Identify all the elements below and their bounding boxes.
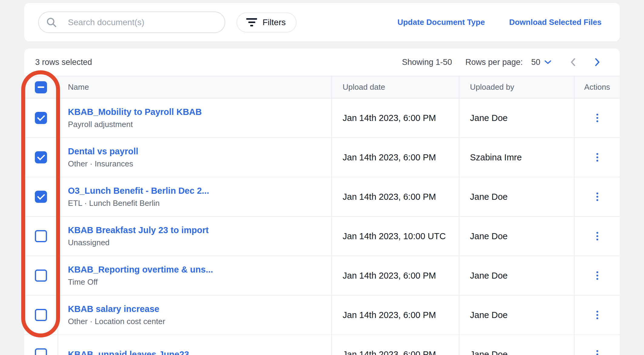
table-row: KBAB_Reporting overtime & uns... Time Of… [24,256,620,296]
uploaded-by-value: Jane Doe [470,271,508,281]
uploaded-by-value: Jane Doe [470,350,508,355]
table-body: KBAB_Mobility to Payroll KBAB Payroll ad… [24,99,620,355]
table-row: KBAB salary increase Other · Location co… [24,296,620,335]
uploaded-by-value: Jane Doe [470,231,508,241]
row-checkbox[interactable] [35,230,47,242]
select-all-checkbox[interactable] [35,81,47,93]
document-name-link[interactable]: KBAB Breakfast July 23 to import [68,225,331,235]
upload-date-value: Jan 14th 2023, 10:00 UTC [343,231,446,241]
document-name-link[interactable]: Dental vs payroll [68,146,331,156]
uploaded-by-value: Szabina Imre [470,152,522,162]
column-header-name: Name [68,82,89,92]
uploaded-by-value: Jane Doe [470,310,508,320]
filters-button-label: Filters [263,18,286,27]
row-actions-menu-button[interactable] [594,348,601,355]
rows-per-page-label: Rows per page: [465,58,523,67]
document-type-label: Other · Insurances [68,159,331,169]
row-checkbox[interactable] [35,309,47,321]
row-actions-menu-button[interactable] [594,190,601,203]
document-name-link[interactable]: KBAB_Mobility to Payroll KBAB [68,107,331,117]
chevron-right-icon [594,58,600,67]
upload-date-value: Jan 14th 2023, 6:00 PM [343,271,436,281]
upload-date-value: Jan 14th 2023, 6:00 PM [343,310,436,320]
showing-range-label: Showing 1-50 [402,58,452,67]
row-checkbox[interactable] [35,270,47,282]
document-type-label: Time Off [68,277,331,287]
row-actions-menu-button[interactable] [594,111,601,125]
document-type-label: Other · Location cost center [68,317,331,326]
search-icon [46,17,57,28]
document-name-link[interactable]: KBAB salary increase [68,304,331,314]
upload-date-value: Jan 14th 2023, 6:00 PM [343,192,436,202]
row-actions-menu-button[interactable] [594,151,601,164]
filters-button[interactable]: Filters [236,12,297,32]
chevron-left-icon [570,58,576,67]
rows-per-page-value: 50 [531,58,540,67]
document-name-link[interactable]: KBAB_unpaid leaves June23 [68,350,331,355]
table-toolbar: 3 rows selected Showing 1-50 Rows per pa… [24,49,620,76]
table-row: KBAB Breakfast July 23 to import Unassig… [24,217,620,256]
upload-date-value: Jan 14th 2023, 6:00 PM [343,152,436,162]
bulk-action-links: Update Document Type Download Selected F… [397,18,602,27]
update-document-type-link[interactable]: Update Document Type [397,18,485,27]
search-box [38,12,225,33]
search-input[interactable] [38,12,225,33]
download-selected-files-link[interactable]: Download Selected Files [509,18,602,27]
document-type-label: Unassigned [68,238,331,247]
rows-selected-count: 3 rows selected [35,58,92,67]
table-row: KBAB_unpaid leaves June23 Jan 14th 2023,… [24,335,620,355]
filter-icon [246,18,257,26]
table-row: KBAB_Mobility to Payroll KBAB Payroll ad… [24,99,620,138]
column-header-upload-date: Upload date [343,82,385,92]
documents-toolbar: Filters Update Document Type Download Se… [24,3,620,42]
row-checkbox[interactable] [35,348,47,355]
document-type-label: Payroll adjustment [68,120,331,129]
previous-page-button[interactable] [566,55,580,69]
upload-date-value: Jan 14th 2023, 6:00 PM [343,350,436,355]
next-page-button[interactable] [591,55,604,69]
table-row: O3_Lunch Benefit - Berlin Dec 2... ETL ·… [24,177,620,217]
uploaded-by-value: Jane Doe [470,192,508,202]
document-type-label: ETL · Lunch Benefit Berlin [68,199,331,208]
uploaded-by-value: Jane Doe [470,113,508,123]
row-actions-menu-button[interactable] [594,308,601,322]
row-actions-menu-button[interactable] [594,229,601,243]
row-checkbox[interactable] [35,112,47,124]
rows-per-page-select[interactable]: 50 [531,58,552,67]
column-header-uploaded-by: Uploaded by [470,82,514,92]
column-header-actions: Actions [584,82,610,92]
document-name-link[interactable]: O3_Lunch Benefit - Berlin Dec 2... [68,186,331,196]
chevron-down-icon [544,59,552,65]
upload-date-value: Jan 14th 2023, 6:00 PM [343,113,436,123]
table-row: Dental vs payroll Other · Insurances Jan… [24,138,620,177]
row-checkbox[interactable] [35,191,47,203]
row-checkbox[interactable] [35,151,47,163]
table-header-row: Name Upload date Uploaded by Actions [24,76,620,99]
document-name-link[interactable]: KBAB_Reporting overtime & uns... [68,265,331,275]
documents-table-panel: 3 rows selected Showing 1-50 Rows per pa… [24,49,620,355]
row-actions-menu-button[interactable] [594,269,601,282]
